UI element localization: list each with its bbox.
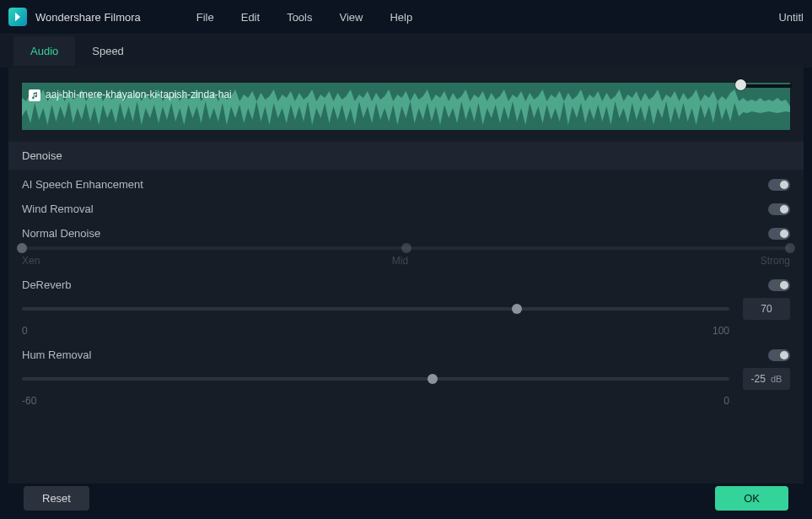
tab-audio[interactable]: Audio (13, 36, 75, 66)
hum-min: -60 (22, 395, 36, 407)
hum-value[interactable]: -25dB (743, 368, 790, 390)
toggle-wind-removal[interactable] (768, 203, 790, 215)
footer: Reset OK (8, 484, 804, 512)
app-logo-icon (8, 8, 27, 26)
label-hum-removal: Hum Removal (22, 349, 91, 361)
music-note-icon (29, 89, 40, 101)
normal-min: Xen (22, 255, 40, 267)
denoise-settings: AI Speech Enhancement Wind Removal Norma… (8, 170, 804, 407)
app-name: Wondershare Filmora (35, 11, 141, 24)
row-wind-removal: Wind Removal (22, 203, 790, 215)
section-denoise-header: Denoise (8, 142, 804, 170)
dereverb-value[interactable]: 70 (743, 298, 790, 320)
document-title: Untitl (778, 11, 804, 24)
dereverb-min: 0 (22, 325, 28, 337)
menu-view[interactable]: View (325, 6, 376, 29)
toggle-normal-denoise[interactable] (768, 228, 790, 240)
dereverb-max: 100 (713, 325, 729, 337)
toggle-hum-removal[interactable] (768, 349, 790, 361)
row-normal-denoise: Normal Denoise Xen Mid Strong (22, 227, 790, 267)
label-ai-speech: AI Speech Enhancement (22, 178, 143, 191)
normal-max: Strong (761, 255, 790, 267)
menubar: Wondershare Filmora File Edit Tools View… (0, 0, 812, 34)
label-wind-removal: Wind Removal (22, 203, 94, 215)
slider-hum-removal[interactable] (22, 377, 729, 381)
label-dereverb: DeReverb (22, 278, 72, 291)
label-normal-denoise: Normal Denoise (22, 227, 100, 240)
menu-edit[interactable]: Edit (228, 6, 273, 29)
playhead-tail (745, 84, 792, 88)
playhead-knob[interactable] (735, 79, 746, 90)
row-ai-speech: AI Speech Enhancement (22, 178, 790, 191)
waveform-preview[interactable]: aaj-bhi-mere-khayalon-ki-tapish-zinda-ha… (22, 83, 790, 130)
hum-max: 0 (723, 395, 729, 407)
ok-button[interactable]: OK (715, 486, 788, 511)
slider-dereverb[interactable] (22, 307, 729, 311)
row-dereverb: DeReverb 70 0 100 (22, 278, 790, 337)
tab-speed[interactable]: Speed (75, 36, 141, 66)
menu-file[interactable]: File (183, 6, 228, 29)
menu-tools[interactable]: Tools (273, 6, 325, 29)
normal-mid: Mid (392, 255, 408, 267)
toggle-ai-speech[interactable] (768, 179, 790, 191)
menu-help[interactable]: Help (376, 6, 426, 29)
toggle-dereverb[interactable] (768, 279, 790, 291)
tabs-bar: Audio Speed (0, 34, 812, 68)
row-hum-removal: Hum Removal -25dB -60 0 (22, 349, 790, 407)
slider-normal-denoise[interactable] (22, 246, 790, 250)
content-panel: aaj-bhi-mere-khayalon-ki-tapish-zinda-ha… (8, 68, 804, 484)
reset-button[interactable]: Reset (24, 486, 89, 511)
clip-name: aaj-bhi-mere-khayalon-ki-tapish-zinda-ha… (46, 89, 232, 100)
